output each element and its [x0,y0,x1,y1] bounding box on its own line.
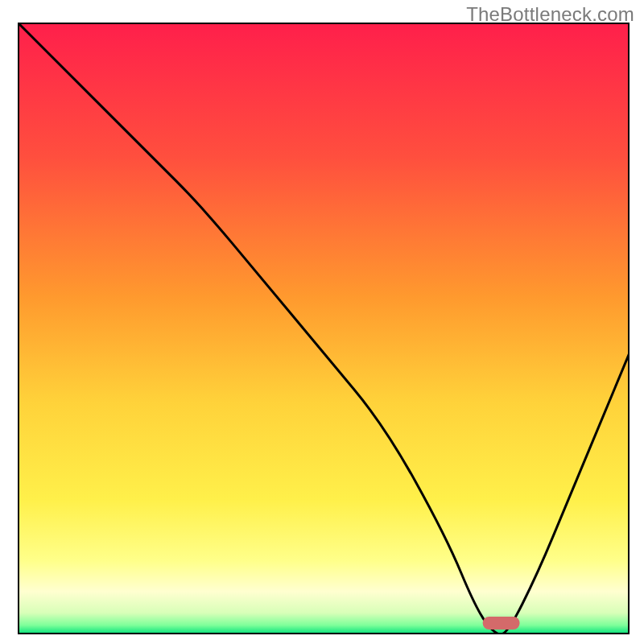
bottleneck-chart [18,23,630,634]
chart-container [18,23,630,634]
watermark-text: TheBottleneck.com [466,3,634,26]
marker-pill [483,617,520,630]
